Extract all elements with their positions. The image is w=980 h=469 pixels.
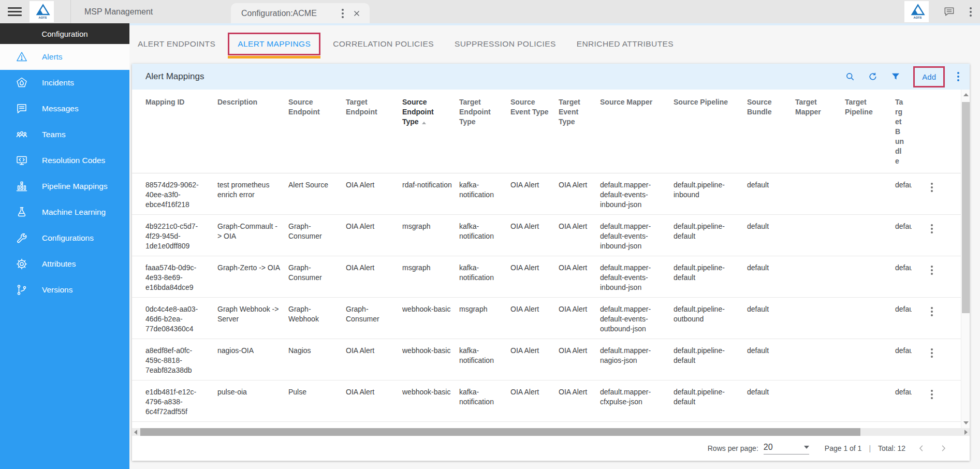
- row-kebab-menu-icon[interactable]: [931, 390, 933, 399]
- column-header-target-mapper[interactable]: Target Mapper: [795, 90, 845, 124]
- cell-source-bundle: default: [747, 173, 795, 195]
- cell-target-event-type: OIA Alert: [559, 173, 600, 195]
- column-header-description[interactable]: Description: [217, 90, 288, 114]
- footer-separator: |: [869, 444, 871, 452]
- sidebar-item-attributes[interactable]: Attributes: [0, 251, 129, 277]
- cell-source-endpoint-type: rdaf-notification: [402, 173, 459, 195]
- panel-header: Alert Mappings Add: [132, 64, 970, 90]
- scroll-up-icon[interactable]: [963, 93, 969, 96]
- sidebar-item-configurations[interactable]: Configurations: [0, 225, 129, 251]
- vertical-scrollbar[interactable]: [961, 90, 970, 428]
- chat-icon[interactable]: [943, 6, 955, 18]
- column-header-source-pipeline[interactable]: Source Pipeline: [674, 90, 747, 114]
- aots-logo-icon: AOTS: [33, 3, 51, 21]
- cell-source-endpoint: Nagios: [288, 339, 346, 360]
- column-header-mapping-id[interactable]: Mapping ID: [145, 90, 217, 114]
- column-header-target-endpoint[interactable]: Target Endpoint: [346, 90, 402, 124]
- next-page-button[interactable]: [939, 444, 948, 453]
- sidebar-item-label: Versions: [42, 285, 72, 295]
- sidebar-item-pipeline-mappings[interactable]: Pipeline Mappings: [0, 173, 129, 199]
- tab-enriched-attributes[interactable]: ENRICHED ATTRIBUTES: [568, 34, 682, 54]
- sidebar-item-teams[interactable]: Teams: [0, 122, 129, 148]
- scroll-down-icon[interactable]: [963, 421, 969, 424]
- tab-kebab-menu-icon[interactable]: [342, 9, 344, 18]
- tab-correlation-policies[interactable]: CORRELATION POLICIES: [325, 34, 442, 54]
- column-header-target-bundle[interactable]: Target Bundle: [895, 90, 912, 173]
- cell-target-mapper: [795, 215, 845, 226]
- topbar-right-cluster: AOTS: [897, 1, 980, 22]
- tab-alert-endpoints[interactable]: ALERT ENDPOINTS: [129, 34, 224, 54]
- cell-target-pipeline: [845, 215, 895, 226]
- horizontal-scroll-thumb[interactable]: [140, 428, 860, 436]
- topbar-kebab-menu-icon[interactable]: [970, 7, 972, 17]
- cell-description: pulse-oia: [217, 380, 288, 402]
- tab-configuration-acme[interactable]: Configuration:ACME: [231, 3, 370, 23]
- row-kebab-menu-icon[interactable]: [931, 266, 933, 275]
- cell-target-endpoint-type: kafka-notification: [459, 173, 510, 204]
- pagination-controls: [917, 444, 948, 453]
- cell-description: Graph-Commault -> OIA: [217, 215, 288, 246]
- sidebar-item-versions[interactable]: Versions: [0, 277, 129, 303]
- table-row: 4b9221c0-c5d7-4f29-945d-1de1e0dff809Grap…: [132, 215, 970, 256]
- column-header-target-pipeline[interactable]: Target Pipeline: [845, 90, 895, 124]
- sidebar-item-alerts[interactable]: Alerts: [0, 44, 129, 70]
- column-header-source-bundle[interactable]: Source Bundle: [747, 90, 795, 124]
- cell-source-event-type: OIA Alert: [510, 298, 559, 319]
- column-header-source-endpoint[interactable]: Source Endpoint: [288, 90, 346, 124]
- tab-suppression-policies[interactable]: SUPPRESSION POLICIES: [446, 34, 564, 54]
- cell-target-mapper: [795, 298, 845, 309]
- sidebar-nav: AlertsIncidentsMessagesTeamsResolution C…: [0, 44, 129, 303]
- filter-icon[interactable]: [890, 71, 901, 82]
- cell-mapping-id: faaa574b-0d9c-4e93-8e69-e16bda84dce9: [145, 256, 217, 297]
- content-tabs: ALERT ENDPOINTSALERT MAPPINGSCORRELATION…: [129, 25, 980, 63]
- column-header-target-endpoint-type[interactable]: Target Endpoint Type: [459, 90, 510, 134]
- cell-target-mapper: [795, 173, 845, 185]
- row-kebab-menu-icon[interactable]: [931, 307, 933, 316]
- cell-target-endpoint-type: kafka-notification: [459, 256, 510, 287]
- row-kebab-menu-icon[interactable]: [931, 224, 933, 233]
- table-row: a8edf8ef-a0fc-459c-8818-7eabf82a38dbnagi…: [132, 339, 970, 380]
- tab-close-icon[interactable]: [352, 9, 361, 18]
- tab-msp-management[interactable]: MSP Management: [70, 0, 199, 23]
- sidebar-item-incidents[interactable]: Incidents: [0, 70, 129, 96]
- refresh-icon[interactable]: [868, 71, 878, 82]
- row-actions: [912, 215, 959, 238]
- cell-source-pipeline: default.pipeline-default: [674, 256, 747, 287]
- chevron-down-icon: [804, 446, 809, 449]
- tab-alert-mappings[interactable]: ALERT MAPPINGS: [228, 33, 320, 55]
- tab-label: Configuration:ACME: [241, 9, 342, 18]
- aots-logo-right[interactable]: AOTS: [904, 1, 929, 22]
- cell-mapping-id: 88574d29-9062-40ee-a3f0-ebce4f16f218: [145, 173, 217, 214]
- search-icon[interactable]: [845, 71, 855, 82]
- column-header-source-endpoint-type[interactable]: Source Endpoint Type: [402, 90, 459, 134]
- cell-source-mapper: default.mapper-default-events-inbound-js…: [600, 173, 674, 214]
- table-row: 88574d29-9062-40ee-a3f0-ebce4f16f218test…: [132, 173, 970, 215]
- sidebar-item-machine-learning[interactable]: Machine Learning: [0, 199, 129, 225]
- cell-source-event-type: OIA Alert: [510, 256, 559, 277]
- scroll-left-icon[interactable]: [134, 430, 137, 435]
- row-actions: [912, 339, 959, 362]
- alert-mappings-panel: Alert Mappings Add: [132, 64, 970, 461]
- row-kebab-menu-icon[interactable]: [931, 348, 933, 358]
- column-header-source-event-type[interactable]: Source Event Type: [510, 90, 559, 124]
- sidebar-item-messages[interactable]: Messages: [0, 96, 129, 122]
- sidebar-item-resolution-codes[interactable]: Resolution Codes: [0, 148, 129, 173]
- sidebar-item-label: Incidents: [42, 78, 74, 87]
- hamburger-menu-icon[interactable]: [8, 7, 22, 16]
- cell-mapping-id: e1db481f-e12c-4796-a838-6c4f72adf55f: [145, 380, 217, 421]
- sidebar-item-label: Alerts: [42, 52, 63, 62]
- row-kebab-menu-icon[interactable]: [931, 183, 933, 192]
- cell-source-event-type: OIA Alert: [510, 339, 559, 360]
- scroll-right-icon[interactable]: [964, 430, 968, 435]
- cell-source-mapper: default.mapper-default-events-inbound-js…: [600, 256, 674, 297]
- vertical-scroll-thumb[interactable]: [962, 102, 970, 313]
- cell-source-bundle: default: [747, 256, 795, 277]
- horizontal-scrollbar[interactable]: [132, 428, 970, 436]
- column-header-target-event-type[interactable]: Target Event Type: [559, 90, 600, 134]
- panel-kebab-menu-icon[interactable]: [957, 72, 959, 81]
- add-button[interactable]: Add: [913, 66, 945, 87]
- column-header-source-mapper[interactable]: Source Mapper: [600, 90, 674, 114]
- message-icon: [16, 102, 28, 115]
- rows-per-page-select[interactable]: 20: [764, 443, 809, 455]
- previous-page-button[interactable]: [917, 444, 926, 453]
